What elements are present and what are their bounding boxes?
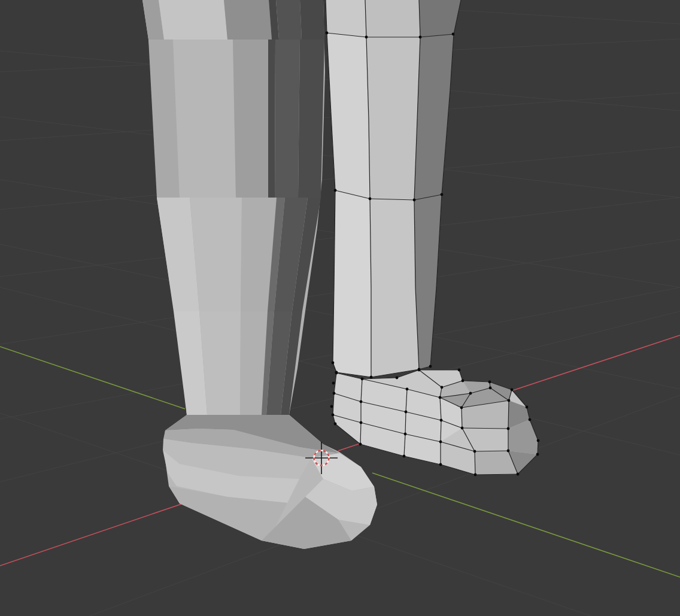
mesh-vertex[interactable] xyxy=(529,418,532,421)
mesh-vertex[interactable] xyxy=(474,474,477,477)
mesh-face[interactable] xyxy=(224,0,272,40)
mesh-vertex[interactable] xyxy=(406,388,409,391)
mesh-vertex[interactable] xyxy=(370,376,373,379)
mesh-face[interactable] xyxy=(268,40,275,198)
mesh-vertex[interactable] xyxy=(326,32,329,35)
mesh-vertex[interactable] xyxy=(404,433,407,436)
mesh-vertex[interactable] xyxy=(526,406,529,409)
mesh-vertex[interactable] xyxy=(418,368,421,371)
mesh-vertex[interactable] xyxy=(462,380,465,383)
mesh-vertex[interactable] xyxy=(359,443,362,446)
mesh-face[interactable] xyxy=(370,199,419,377)
mesh-vertex[interactable] xyxy=(507,427,510,430)
viewport-canvas[interactable] xyxy=(0,0,680,616)
mesh-vertex[interactable] xyxy=(473,450,476,453)
mesh-face[interactable] xyxy=(233,40,268,198)
mesh-vertex[interactable] xyxy=(365,36,368,39)
mesh-vertex[interactable] xyxy=(511,389,514,392)
mesh-vertex[interactable] xyxy=(508,399,511,402)
mesh-vertex[interactable] xyxy=(460,406,463,409)
mesh-vertex[interactable] xyxy=(507,450,510,453)
mesh-vertex[interactable] xyxy=(441,386,444,389)
blender-viewport-window xyxy=(0,0,680,616)
mesh-vertex[interactable] xyxy=(360,421,363,424)
mesh-face[interactable] xyxy=(173,40,236,198)
mesh-vertex[interactable] xyxy=(461,427,464,430)
mesh-vertex[interactable] xyxy=(396,377,399,380)
mesh-vertex[interactable] xyxy=(489,387,492,390)
mesh-vertex[interactable] xyxy=(334,423,337,426)
mesh-face[interactable] xyxy=(275,40,300,198)
mesh-vertex[interactable] xyxy=(335,371,338,374)
mesh-vertex[interactable] xyxy=(439,441,442,444)
mesh-vertex[interactable] xyxy=(469,392,472,395)
mesh-vertex[interactable] xyxy=(537,439,540,442)
mesh-vertex[interactable] xyxy=(332,414,335,417)
mesh-vertex[interactable] xyxy=(332,362,335,365)
mesh-vertex[interactable] xyxy=(413,199,416,202)
mesh-vertex[interactable] xyxy=(360,400,363,403)
mesh-face[interactable] xyxy=(365,0,420,37)
mesh-vertex[interactable] xyxy=(334,189,337,192)
mesh-face[interactable] xyxy=(366,37,420,200)
mesh-vertex[interactable] xyxy=(369,198,372,201)
mesh-vertex[interactable] xyxy=(441,193,444,196)
mesh-vertex[interactable] xyxy=(488,381,491,384)
mesh-face[interactable] xyxy=(276,0,302,40)
mesh-vertex[interactable] xyxy=(517,473,520,476)
mesh-vertex[interactable] xyxy=(403,455,406,458)
mesh-vertex[interactable] xyxy=(452,33,455,36)
mesh-vertex[interactable] xyxy=(333,392,336,395)
mesh-vertex[interactable] xyxy=(330,405,333,408)
mesh-face[interactable] xyxy=(300,0,324,40)
mesh-vertex[interactable] xyxy=(361,378,364,381)
mesh-face[interactable] xyxy=(326,0,366,37)
mesh-vertex[interactable] xyxy=(405,411,408,414)
mesh-vertex[interactable] xyxy=(439,463,442,466)
mesh-vertex[interactable] xyxy=(439,396,442,399)
mesh-vertex[interactable] xyxy=(332,382,335,385)
mesh-vertex[interactable] xyxy=(458,369,461,372)
mesh-vertex[interactable] xyxy=(536,453,539,456)
mesh-vertex[interactable] xyxy=(440,419,443,422)
mesh-vertex[interactable] xyxy=(429,365,432,368)
mesh-vertex[interactable] xyxy=(419,36,422,39)
mesh-face[interactable] xyxy=(298,40,324,198)
mesh-face[interactable] xyxy=(159,0,227,40)
mesh-face[interactable] xyxy=(333,190,371,377)
